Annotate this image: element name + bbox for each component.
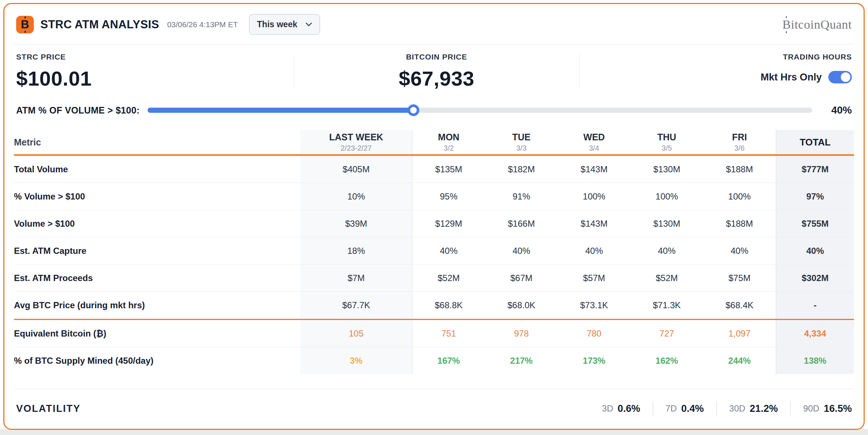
- trading-hours-label: TRADING HOURS: [783, 53, 852, 61]
- column-header-thu: THU 3/5: [630, 130, 703, 154]
- column-header-total: TOTAL: [776, 130, 854, 154]
- slider-label: ATM % OF VOLUME > $100:: [16, 105, 140, 116]
- period-dropdown[interactable]: This week: [249, 14, 320, 35]
- volatility-stat-90d: 90D 16.5%: [803, 403, 852, 414]
- divider: [790, 402, 791, 416]
- bitcoin-price-value: $67,933: [399, 66, 474, 90]
- toggle-knob: [841, 72, 850, 82]
- volatility-title: VOLATILITY: [16, 403, 81, 414]
- volatility-footer: VOLATILITY 3D 0.6% 7D 0.4% 30D 21.2% 90D…: [14, 389, 854, 429]
- strc-atm-analysis-card: B STRC ATM ANALYSIS 03/06/26 4:13PM ET T…: [3, 3, 865, 430]
- timestamp: 03/06/26 4:13PM ET: [167, 20, 238, 29]
- strc-price-value: $100.01: [16, 66, 294, 90]
- divider: [716, 402, 717, 416]
- header: B STRC ATM ANALYSIS 03/06/26 4:13PM ET T…: [14, 4, 854, 44]
- page-title: STRC ATM ANALYSIS: [40, 18, 159, 31]
- bitcoin-icon: B: [16, 16, 34, 33]
- metric-column-header: Metric: [14, 130, 300, 154]
- table-row-avg-btc-price: Avg BTC Price (during mkt hrs) $67.7K $6…: [14, 292, 854, 319]
- table-row-total-volume: Total Volume $405M $135M $182M $143M $13…: [14, 156, 854, 183]
- column-header-mon: MON 3/2: [412, 130, 485, 154]
- mkt-hrs-toggle[interactable]: [828, 71, 852, 83]
- slider-fill: [148, 108, 413, 113]
- bitcoin-price-section: BITCOIN PRICE $67,933: [294, 53, 579, 90]
- column-header-fri: FRI 3/6: [703, 130, 776, 154]
- table-row-equivalent-bitcoin: Equivalent Bitcoin (₿) 105 751 978 780 7…: [14, 319, 854, 347]
- column-header-tue: TUE 3/3: [485, 130, 558, 154]
- atm-percent-slider-row: ATM % OF VOLUME > $100: 40%: [14, 99, 854, 123]
- table-row-atm-proceeds: Est. ATM Proceeds $7M $52M $67M $57M $52…: [14, 265, 854, 292]
- volatility-stat-3d: 3D 0.6%: [602, 403, 640, 414]
- table-row-pct-volume: % Volume > $100 10% 95% 91% 100% 100% 10…: [14, 183, 854, 210]
- slider-value: 40%: [822, 104, 852, 116]
- volatility-stat-30d: 30D 21.2%: [729, 403, 778, 414]
- volatility-stat-7d: 7D 0.4%: [666, 403, 704, 414]
- table-body: Total Volume $405M $135M $182M $143M $13…: [14, 156, 854, 374]
- table-row-supply-mined: % of BTC Supply Mined (450/day) 3% 167% …: [14, 347, 854, 374]
- trading-hours-section: TRADING HOURS Mkt Hrs Only: [579, 53, 852, 90]
- column-header-lastweek: LAST WEEK 2/23-2/27: [300, 130, 412, 154]
- mkt-hrs-only-label: Mkt Hrs Only: [760, 72, 822, 83]
- chevron-down-icon: [305, 22, 312, 27]
- table-header-row: Metric LAST WEEK 2/23-2/27 MON 3/2 TUE 3…: [14, 130, 854, 156]
- strc-price-label: STRC PRICE: [16, 53, 294, 61]
- metrics-table: Metric LAST WEEK 2/23-2/27 MON 3/2 TUE 3…: [14, 130, 854, 374]
- volatility-stats: 3D 0.6% 7D 0.4% 30D 21.2% 90D 16.5%: [602, 402, 852, 416]
- brand-logo: BitcoinQuant: [782, 18, 852, 32]
- period-dropdown-value: This week: [257, 19, 297, 29]
- table-row-atm-capture: Est. ATM Capture 18% 40% 40% 40% 40% 40%…: [14, 237, 854, 265]
- divider: [653, 402, 653, 416]
- strc-price-section: STRC PRICE $100.01: [16, 53, 294, 90]
- slider-thumb[interactable]: [408, 104, 419, 116]
- price-strip: STRC PRICE $100.01 BITCOIN PRICE $67,933…: [14, 44, 854, 99]
- atm-percent-slider[interactable]: [148, 104, 812, 116]
- column-header-wed: WED 3/4: [558, 130, 630, 154]
- table-row-volume-over-100: Volume > $100 $39M $129M $166M $143M $13…: [14, 210, 854, 237]
- bitcoin-price-label: BITCOIN PRICE: [406, 53, 467, 61]
